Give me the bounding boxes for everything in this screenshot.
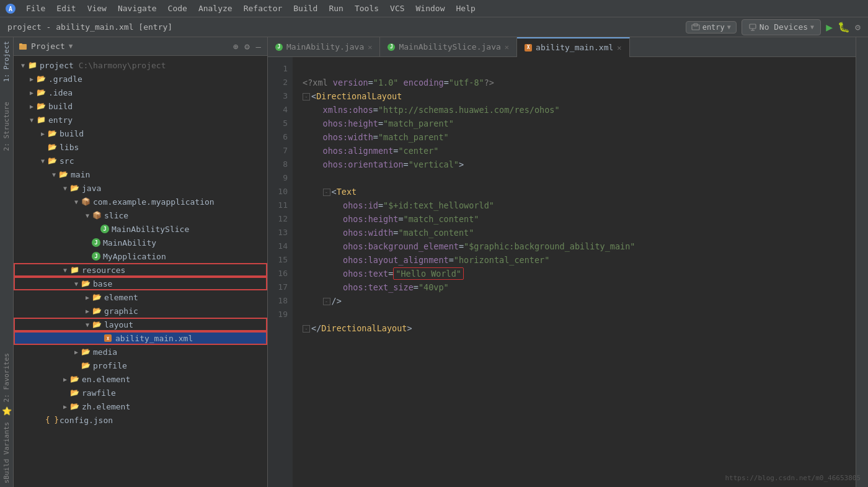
tree-item-main[interactable]: ▼ 📂 main — [14, 168, 267, 181]
window-title: project - ability_main.xml [entry] — [7, 22, 172, 32]
menu-file[interactable]: File — [21, 2, 50, 14]
tree-item-resources[interactable]: ▼ 📁 resources — [14, 263, 267, 277]
tree-item-entry-build[interactable]: ▶ 📂 build — [14, 127, 267, 140]
arrow-entry-build[interactable]: ▶ — [38, 129, 47, 138]
arrow-package[interactable]: ▼ — [72, 197, 81, 206]
menu-vcs[interactable]: VCS — [385, 2, 409, 14]
fold-icon-19[interactable]: - — [303, 325, 310, 333]
panel-dropdown-icon[interactable]: ▼ — [69, 42, 73, 50]
tree-item-en-element[interactable]: ▶ 📂 en.element — [14, 372, 267, 386]
tab-ability-main-xml[interactable]: X ability_main.xml ✕ — [517, 37, 629, 57]
entry-libs-label: libs — [60, 143, 79, 152]
tree-item-mainability[interactable]: ▶ J MainAbility — [14, 236, 267, 249]
tree-item-ability-main[interactable]: ▶ X ability_main.xml — [14, 331, 267, 345]
no-devices-button[interactable]: No Devices ▼ — [742, 19, 821, 35]
tree-item-project-root[interactable]: ▼ 📁 project C:\harmony\project — [14, 58, 267, 72]
menu-tools[interactable]: Tools — [350, 2, 384, 14]
panel-header: Project ▼ ⊕ ⚙ — — [14, 37, 267, 56]
panel-locate-icon[interactable]: ⊕ — [232, 40, 239, 53]
entry-dropdown-icon[interactable]: ▼ — [727, 24, 731, 30]
menu-run[interactable]: Run — [324, 2, 348, 14]
profile-button[interactable]: ⚙ — [855, 22, 861, 33]
arrow-entry[interactable]: ▼ — [27, 115, 36, 124]
arrow-project[interactable]: ▼ — [19, 61, 27, 69]
menu-analyze[interactable]: Analyze — [193, 2, 237, 14]
tab-bar: J MainAbility.java ✕ J MainAbilitySlice.… — [268, 37, 856, 57]
tab-mainability-java[interactable]: J MainAbility.java ✕ — [268, 37, 380, 57]
arrow-en-element[interactable]: ▶ — [61, 375, 69, 383]
sidebar-item-favorites[interactable]: 2: Favorites — [1, 349, 12, 406]
arrow-java[interactable]: ▼ — [61, 184, 69, 192]
tree-item-base[interactable]: ▼ 📂 base — [14, 277, 267, 290]
sidebar-star-icon[interactable]: ⭐ — [2, 406, 12, 416]
main-label: main — [71, 170, 90, 179]
arrow-layout[interactable]: ▼ — [83, 320, 92, 329]
entry-button[interactable]: entry ▼ — [686, 21, 737, 34]
menu-help[interactable]: Help — [451, 2, 480, 14]
tree-item-element[interactable]: ▶ 📂 element — [14, 290, 267, 304]
main-layout: 1: Project 2: Structure 2: Favorites ⭐ s… — [0, 37, 868, 487]
tree-item-java[interactable]: ▼ 📂 java — [14, 181, 267, 195]
menu-navigate[interactable]: Navigate — [113, 2, 162, 14]
arrow-graphic[interactable]: ▶ — [83, 306, 92, 315]
arrow-base[interactable]: ▼ — [72, 279, 81, 288]
sidebar-item-build-variants[interactable]: sBuild Variants — [1, 418, 12, 487]
fold-icon-9[interactable]: - — [323, 189, 330, 196]
tree-item-graphic[interactable]: ▶ 📂 graphic — [14, 304, 267, 318]
arrow-main[interactable]: ▼ — [50, 170, 58, 179]
line-16: ohos:text_size="40vp" — [303, 282, 449, 292]
tab-close-1[interactable]: ✕ — [368, 43, 372, 51]
tree-item-build-root[interactable]: ▶ 📂 build — [14, 99, 267, 113]
tree-item-package[interactable]: ▼ 📦 com.example.myapplication — [14, 195, 267, 208]
menu-edit[interactable]: Edit — [51, 2, 81, 14]
gradle-label: .gradle — [48, 74, 82, 84]
title-right: entry ▼ No Devices ▼ ▶ 🐛 ⚙ — [686, 19, 861, 35]
zh-element-label: zh.element — [82, 402, 130, 411]
tab-mainabilityslice-label: MainAbilitySlice.java — [399, 42, 500, 51]
tree-item-config-json[interactable]: ▶ { } config.json — [14, 413, 267, 427]
fold-icon-2[interactable]: - — [303, 93, 310, 101]
arrow-resources[interactable]: ▼ — [61, 266, 69, 274]
tab-close-3[interactable]: ✕ — [617, 43, 621, 52]
arrow-media[interactable]: ▶ — [72, 347, 81, 356]
code-content[interactable]: <?xml version="1.0" encoding="utf-8"?> -… — [293, 57, 856, 487]
tree-item-rawfile[interactable]: ▶ 📂 rawfile — [14, 386, 267, 400]
no-devices-dropdown-icon[interactable]: ▼ — [810, 24, 814, 30]
tree-item-slice[interactable]: ▼ 📦 slice — [14, 208, 267, 222]
arrow-element[interactable]: ▶ — [83, 293, 92, 302]
fold-icon-17[interactable]: - — [323, 298, 330, 305]
arrow-entry-src[interactable]: ▼ — [38, 156, 47, 165]
tree-item-mainabilityslice[interactable]: ▶ J MainAbilitySlice — [14, 222, 267, 236]
arrow-slice[interactable]: ▼ — [83, 211, 92, 220]
menu-window[interactable]: Window — [411, 2, 450, 14]
tree-item-entry-libs[interactable]: ▶ 📂 libs — [14, 140, 267, 154]
tree-item-idea[interactable]: ▶ 📂 .idea — [14, 86, 267, 99]
sidebar-item-project[interactable]: 1: Project — [1, 37, 12, 86]
arrow-zh-element[interactable]: ▶ — [61, 402, 69, 411]
arrow-build-root[interactable]: ▶ — [27, 102, 36, 110]
tab-close-2[interactable]: ✕ — [505, 43, 509, 51]
tree-item-media[interactable]: ▶ 📂 media — [14, 345, 267, 359]
menu-refactor[interactable]: Refactor — [239, 2, 288, 14]
arrow-idea[interactable]: ▶ — [27, 88, 36, 97]
panel-collapse-icon[interactable]: — — [255, 40, 262, 53]
tree-item-myapplication[interactable]: ▶ J MyApplication — [14, 249, 267, 263]
menu-code[interactable]: Code — [163, 2, 192, 14]
folder-java-icon: 📂 — [69, 183, 79, 193]
tree-item-entry[interactable]: ▼ 📁 entry — [14, 113, 267, 127]
run-button[interactable]: ▶ — [826, 20, 833, 34]
folder-idea-icon: 📂 — [36, 87, 46, 97]
sidebar-item-structure[interactable]: 2: Structure — [1, 98, 12, 154]
tree-item-layout[interactable]: ▼ 📂 layout — [14, 318, 267, 331]
panel-settings-icon[interactable]: ⚙ — [243, 40, 250, 53]
tree-item-entry-src[interactable]: ▼ 📂 src — [14, 154, 267, 168]
debug-button[interactable]: 🐛 — [838, 21, 850, 33]
tree-item-zh-element[interactable]: ▶ 📂 zh.element — [14, 400, 267, 413]
menu-view[interactable]: View — [82, 2, 112, 14]
arrow-gradle[interactable]: ▶ — [27, 74, 36, 83]
line-17: -/> — [303, 296, 342, 306]
tab-mainabilityslice-java[interactable]: J MainAbilitySlice.java ✕ — [380, 37, 517, 57]
tree-item-gradle[interactable]: ▶ 📂 .gradle — [14, 72, 267, 86]
tree-item-profile[interactable]: ▶ 📂 profile — [14, 359, 267, 372]
menu-build[interactable]: Build — [288, 2, 322, 14]
